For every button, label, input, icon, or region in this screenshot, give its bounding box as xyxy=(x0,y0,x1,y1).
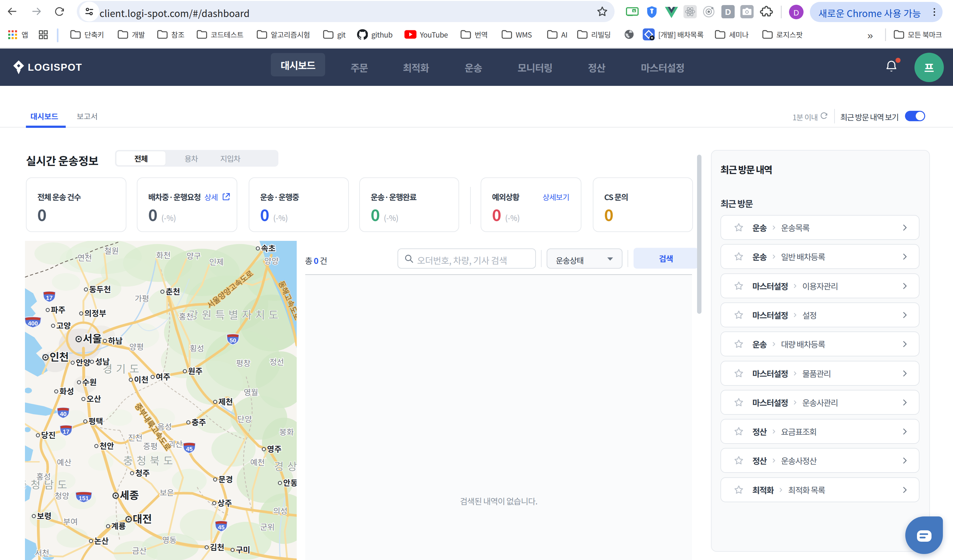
svg-text:당진: 당진 xyxy=(41,429,56,440)
svg-text:철원: 철원 xyxy=(104,244,119,256)
svg-text:인제: 인제 xyxy=(209,256,224,267)
svg-text:서울: 서울 xyxy=(83,331,102,346)
svg-text:경상북도: 경상북도 xyxy=(274,458,297,473)
svg-text:안양: 안양 xyxy=(76,356,90,368)
svg-text:문경: 문경 xyxy=(218,473,233,484)
svg-text:보령: 보령 xyxy=(37,510,51,521)
svg-text:평창: 평창 xyxy=(236,357,251,368)
svg-text:동두천: 동두천 xyxy=(89,283,111,294)
svg-text:여주: 여주 xyxy=(156,371,170,382)
svg-text:화천: 화천 xyxy=(156,249,171,260)
svg-text:논산: 논산 xyxy=(94,535,109,546)
svg-text:40: 40 xyxy=(60,411,66,417)
svg-text:청주: 청주 xyxy=(135,467,150,478)
svg-text:예산: 예산 xyxy=(57,456,71,467)
svg-text:45: 45 xyxy=(186,446,193,452)
svg-text:상주: 상주 xyxy=(217,497,232,508)
svg-text:N: N xyxy=(633,9,635,13)
svg-text:인천: 인천 xyxy=(50,349,69,364)
svg-text:45: 45 xyxy=(218,524,225,531)
svg-text:대전: 대전 xyxy=(133,511,152,526)
svg-text:예천: 예천 xyxy=(250,456,265,467)
svg-text:제천: 제천 xyxy=(218,396,233,407)
svg-text:강원특별자치도: 강원특별자치도 xyxy=(188,306,282,322)
svg-text:양평: 양평 xyxy=(129,340,144,352)
svg-text:400: 400 xyxy=(28,320,38,327)
svg-text:평택: 평택 xyxy=(88,415,103,427)
svg-text:김천: 김천 xyxy=(210,541,224,552)
svg-text:50: 50 xyxy=(230,337,236,344)
svg-text:영주: 영주 xyxy=(267,443,281,454)
svg-text:홍성: 홍성 xyxy=(36,470,51,482)
svg-text:151: 151 xyxy=(79,495,89,501)
svg-text:충주: 충주 xyxy=(191,416,206,427)
svg-text:원주: 원주 xyxy=(188,365,203,376)
svg-text:수원: 수원 xyxy=(82,376,97,387)
svg-text:충청북도: 충청북도 xyxy=(123,452,176,468)
svg-text:세종: 세종 xyxy=(120,487,139,502)
svg-text:단양: 단양 xyxy=(237,413,252,424)
svg-text:가평: 가평 xyxy=(135,292,149,304)
svg-text:이천: 이천 xyxy=(134,373,149,385)
svg-text:성남: 성남 xyxy=(95,356,110,367)
svg-text:천안: 천안 xyxy=(99,440,114,451)
svg-text:의정부: 의정부 xyxy=(84,307,106,319)
svg-text:17: 17 xyxy=(46,294,53,301)
svg-text:정선: 정선 xyxy=(270,356,284,367)
svg-text:파주: 파주 xyxy=(51,304,65,315)
svg-text:군위: 군위 xyxy=(260,521,275,532)
svg-text:부여: 부여 xyxy=(63,515,78,527)
svg-text:춘천: 춘천 xyxy=(166,285,180,297)
svg-text:청양: 청양 xyxy=(55,490,69,501)
svg-text:영동: 영동 xyxy=(162,534,177,545)
svg-text:오산: 오산 xyxy=(87,393,101,404)
svg-text:보은: 보은 xyxy=(160,486,174,498)
svg-text:양양: 양양 xyxy=(264,255,279,266)
svg-text:연천: 연천 xyxy=(78,252,92,263)
svg-text:구미: 구미 xyxy=(236,544,250,555)
svg-text:17: 17 xyxy=(62,429,69,435)
svg-text:화성: 화성 xyxy=(59,385,74,396)
svg-text:속초: 속초 xyxy=(261,242,276,254)
svg-text:D: D xyxy=(725,7,731,17)
svg-text:진천: 진천 xyxy=(128,432,143,443)
svg-text:의성: 의성 xyxy=(273,505,287,516)
svg-text:양구: 양구 xyxy=(186,250,201,261)
svg-text:계룡: 계룡 xyxy=(111,520,126,531)
svg-text:증평: 증평 xyxy=(143,440,158,452)
svg-text:하남: 하남 xyxy=(108,335,123,346)
svg-text:금산: 금산 xyxy=(132,545,147,556)
svg-text:영월: 영월 xyxy=(244,386,258,398)
svg-text:봉화: 봉화 xyxy=(279,426,294,437)
svg-text:홍천: 홍천 xyxy=(179,310,193,322)
svg-text:서천: 서천 xyxy=(35,547,49,558)
svg-text:고양: 고양 xyxy=(56,319,71,331)
svg-text:안동: 안동 xyxy=(283,476,297,488)
svg-text:횡성: 횡성 xyxy=(189,342,204,354)
